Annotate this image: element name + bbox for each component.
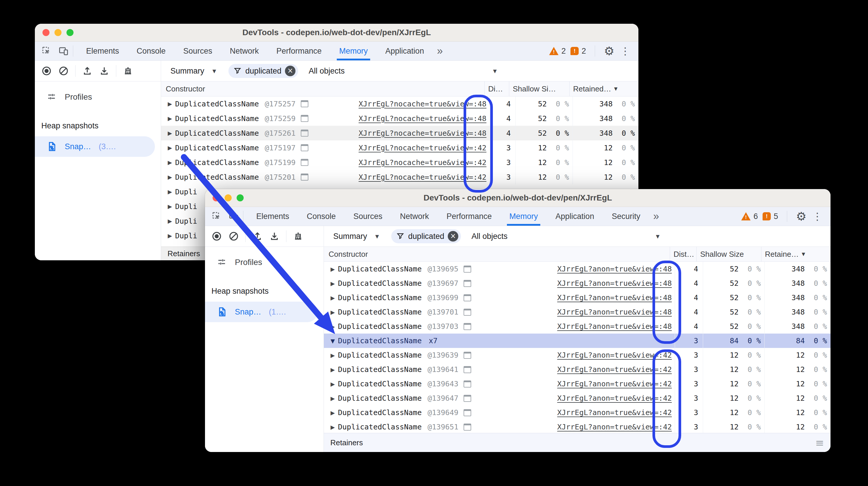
object-preview-icon[interactable] — [301, 174, 308, 180]
tab-network[interactable]: Network — [400, 207, 429, 226]
kebab-menu-icon[interactable]: ⋮ — [620, 46, 630, 56]
clear-profiles-icon[interactable] — [58, 66, 69, 76]
source-link[interactable]: XJrrEgL?anon=true&view=:42 — [557, 394, 675, 402]
table-row[interactable]: ▶DuplicatedClassName@175201XJrrEgL?nocac… — [161, 170, 639, 184]
expand-icon[interactable]: ▶ — [164, 115, 175, 122]
expand-icon[interactable]: ▶ — [328, 280, 338, 287]
more-tabs-icon[interactable]: » — [653, 210, 658, 223]
collapse-icon[interactable]: ▼ — [328, 338, 338, 344]
object-preview-icon[interactable] — [464, 366, 471, 373]
load-profile-icon[interactable] — [82, 66, 93, 76]
column-header-constructor[interactable]: Constructor — [324, 247, 670, 261]
tab-elements[interactable]: Elements — [86, 41, 119, 60]
source-link[interactable]: XJrrEgL?anon=true&view=:48 — [557, 265, 675, 273]
table-row[interactable]: ▶DuplicatedClassName@139699XJrrEgL?anon=… — [324, 290, 831, 305]
expand-icon[interactable]: ▶ — [164, 144, 175, 151]
minimize-window-button[interactable] — [55, 29, 62, 36]
object-preview-icon[interactable] — [464, 380, 471, 388]
record-snapshot-icon[interactable] — [211, 231, 222, 241]
perspective-select[interactable]: Summary ▼ — [333, 232, 379, 241]
warnings-badge[interactable]: ! 2 — [549, 47, 566, 56]
expand-icon[interactable]: ▶ — [328, 294, 338, 301]
issues-badge[interactable]: ! 2 — [570, 47, 586, 56]
expand-icon[interactable]: ▶ — [328, 409, 338, 416]
tab-application[interactable]: Application — [385, 41, 424, 60]
object-preview-icon[interactable] — [301, 144, 308, 151]
perspective-select[interactable]: Summary ▼ — [170, 66, 216, 76]
load-profile-icon[interactable] — [252, 231, 263, 241]
device-toolbar-icon[interactable] — [58, 46, 69, 56]
table-row[interactable]: ▶DuplicatedClassName@139641XJrrEgL?anon=… — [324, 362, 831, 377]
table-row[interactable]: ▶DuplicatedClassName@139643XJrrEgL?anon=… — [324, 377, 831, 391]
object-preview-icon[interactable] — [464, 309, 471, 316]
close-window-button[interactable] — [213, 194, 220, 201]
more-tabs-icon[interactable]: » — [437, 45, 442, 57]
clear-all-brush-icon[interactable] — [123, 66, 133, 76]
clear-filter-icon[interactable]: × — [285, 66, 296, 76]
object-preview-icon[interactable] — [464, 280, 471, 287]
table-row[interactable]: ▶DuplicatedClassName@139697XJrrEgL?anon=… — [324, 276, 831, 290]
source-link[interactable]: XJrrEgL?anon=true&view=:48 — [557, 293, 675, 302]
tab-memory[interactable]: Memory — [509, 207, 538, 226]
tab-console[interactable]: Console — [307, 207, 336, 226]
column-header-shallow-size[interactable]: Shallow Size — [696, 247, 761, 261]
issues-badge[interactable]: ! 5 — [763, 212, 778, 221]
table-row[interactable]: ▶DuplicatedClassName@139701XJrrEgL?anon=… — [324, 305, 831, 319]
inspect-element-icon[interactable] — [41, 46, 52, 56]
titlebar[interactable]: DevTools - codepen.io/web-dot-dev/pen/XJ… — [35, 24, 639, 41]
column-header-shallow-size[interactable]: Shallow Si… — [509, 82, 569, 96]
record-snapshot-icon[interactable] — [41, 66, 52, 76]
source-link[interactable]: XJrrEgL?anon=true&view=:48 — [557, 279, 675, 288]
table-row[interactable]: ▶DuplicatedClassName@175199XJrrEgL?nocac… — [161, 155, 639, 170]
table-row[interactable]: ▼DuplicatedClassNamex73840 %840 % — [324, 334, 831, 348]
filter-pill[interactable]: duplicated × — [228, 64, 298, 78]
table-row[interactable]: ▶DuplicatedClassName@139649XJrrEgL?anon=… — [324, 405, 831, 420]
expand-icon[interactable]: ▶ — [164, 218, 175, 224]
source-link[interactable]: XJrrEgL?anon=true&view=:42 — [557, 408, 675, 417]
expand-icon[interactable]: ▶ — [328, 352, 338, 359]
object-preview-icon[interactable] — [464, 409, 471, 416]
drag-handle-icon[interactable]: ≡ — [815, 437, 824, 449]
warnings-badge[interactable]: ! 6 — [741, 212, 758, 221]
expand-icon[interactable]: ▶ — [164, 174, 175, 180]
expand-icon[interactable]: ▶ — [328, 381, 338, 387]
settings-gear-icon[interactable]: ⚙ — [796, 210, 806, 222]
source-link[interactable]: XJrrEgL?nocache=true&view=:42 — [359, 173, 490, 181]
object-preview-icon[interactable] — [301, 100, 308, 107]
tab-sources[interactable]: Sources — [353, 207, 382, 226]
source-link[interactable]: XJrrEgL?anon=true&view=:42 — [557, 380, 675, 388]
object-preview-icon[interactable] — [464, 323, 471, 330]
clear-all-brush-icon[interactable] — [293, 231, 303, 241]
column-header-distance[interactable]: Dist… — [670, 247, 696, 261]
table-row[interactable]: ▶DuplicatedClassName@139651XJrrEgL?anon=… — [324, 420, 831, 433]
column-header-retained-size[interactable]: Retained… ▼ — [569, 82, 639, 96]
source-link[interactable]: XJrrEgL?nocache=true&view=:42 — [359, 158, 490, 167]
kebab-menu-icon[interactable]: ⋮ — [812, 211, 822, 221]
clear-filter-icon[interactable]: × — [448, 231, 458, 241]
tab-security[interactable]: Security — [612, 207, 641, 226]
expand-icon[interactable]: ▶ — [328, 266, 338, 272]
expand-icon[interactable]: ▶ — [164, 130, 175, 136]
column-header-distance[interactable]: Di… — [484, 82, 509, 96]
expand-icon[interactable]: ▶ — [164, 101, 175, 107]
tab-console[interactable]: Console — [137, 41, 166, 60]
object-preview-icon[interactable] — [464, 265, 471, 273]
object-preview-icon[interactable] — [464, 352, 471, 359]
table-row[interactable]: ▶DuplicatedClassName@175259XJrrEgL?nocac… — [161, 111, 639, 126]
tab-memory[interactable]: Memory — [339, 41, 368, 60]
column-header-constructor[interactable]: Constructor — [161, 82, 484, 96]
table-row[interactable]: ▶DuplicatedClassName@175261XJrrEgL?nocac… — [161, 126, 639, 140]
source-link[interactable]: XJrrEgL?anon=true&view=:42 — [557, 423, 675, 431]
table-row[interactable]: ▶DuplicatedClassName@139695XJrrEgL?anon=… — [324, 262, 831, 276]
table-row[interactable]: ▶DuplicatedClassName@139639XJrrEgL?anon=… — [324, 348, 831, 362]
inspect-element-icon[interactable] — [211, 211, 222, 222]
expand-icon[interactable]: ▶ — [328, 424, 338, 430]
filter-pill[interactable]: duplicated × — [391, 229, 461, 243]
tab-performance[interactable]: Performance — [276, 41, 322, 60]
minimize-window-button[interactable] — [225, 194, 231, 201]
sidebar-item-profiles[interactable]: Profiles — [205, 247, 323, 267]
table-row[interactable]: ▶DuplicatedClassName@139647XJrrEgL?anon=… — [324, 391, 831, 405]
source-link[interactable]: XJrrEgL?anon=true&view=:48 — [557, 322, 675, 331]
expand-icon[interactable]: ▶ — [328, 323, 338, 330]
objects-filter-select[interactable]: All objects ▼ — [471, 232, 659, 241]
